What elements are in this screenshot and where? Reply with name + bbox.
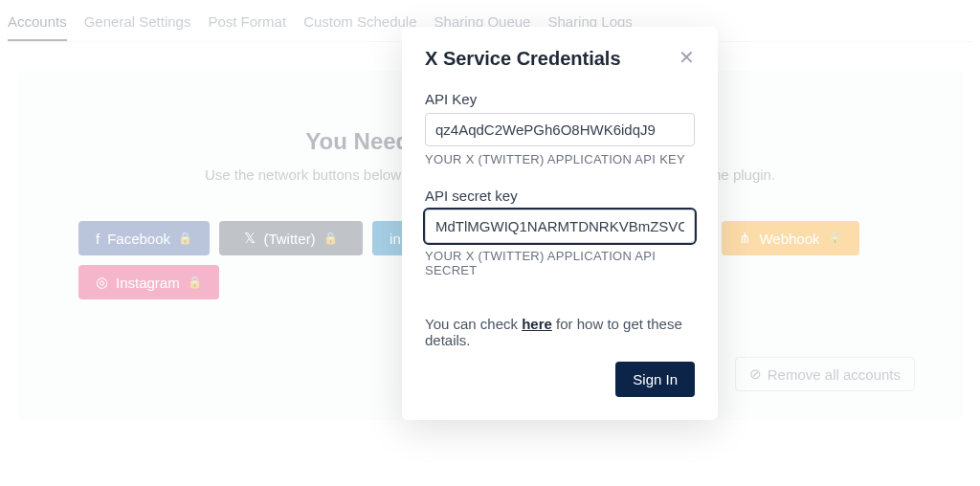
api-key-label: API Key: [425, 91, 695, 107]
close-icon[interactable]: ✕: [679, 48, 695, 67]
api-key-help: YOUR X (TWITTER) APPLICATION API KEY: [425, 152, 695, 166]
api-key-input[interactable]: [425, 113, 695, 146]
modal-title: X Service Credentials: [425, 48, 621, 70]
api-secret-label: API secret key: [425, 188, 695, 204]
help-pre: You can check: [425, 316, 522, 332]
api-secret-help: YOUR X (TWITTER) APPLICATION API SECRET: [425, 249, 695, 277]
credentials-modal: X Service Credentials ✕ API Key YOUR X (…: [402, 27, 718, 420]
sign-in-button[interactable]: Sign In: [615, 362, 695, 397]
api-secret-input[interactable]: [425, 210, 695, 243]
modal-help-text: You can check here for how to get these …: [425, 316, 695, 348]
help-link[interactable]: here: [522, 316, 552, 332]
